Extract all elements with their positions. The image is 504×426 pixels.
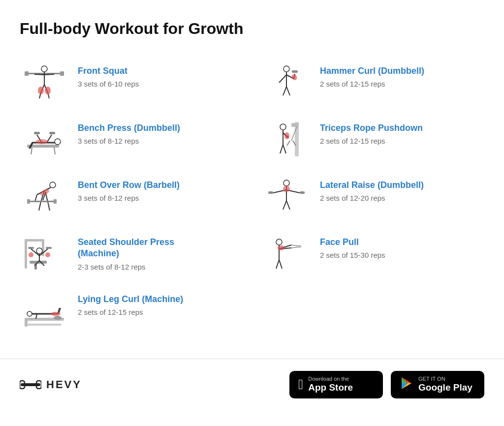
svg-line-14: [31, 148, 32, 154]
app-store-button[interactable]:  Download on the App Store: [289, 371, 383, 398]
svg-line-65: [279, 75, 286, 83]
svg-point-102: [278, 245, 284, 250]
exercise-info-bench-press: Bench Press (Dumbbell) 3 sets of 8-12 re…: [78, 120, 180, 145]
exercise-sets-triceps-rope: 2 sets of 12-15 reps: [320, 137, 423, 145]
svg-point-99: [298, 245, 301, 248]
exercise-name-front-squat: Front Squat: [78, 65, 139, 77]
svg-rect-53: [25, 318, 28, 327]
svg-rect-21: [49, 132, 55, 134]
google-play-label-large: Google Play: [418, 382, 472, 394]
exercise-sets-bench-press: 3 sets of 8-12 reps: [78, 137, 180, 145]
exercise-sets-bent-over-row: 3 sets of 8-12 reps: [78, 194, 180, 202]
exercise-name-face-pull: Face Pull: [320, 237, 385, 248]
left-column: Front Squat 3 sets of 6-10 reps: [20, 54, 242, 339]
svg-point-56: [27, 311, 32, 316]
footer: HEVY  Download on the App Store GET IT: [0, 359, 504, 410]
svg-line-81: [280, 145, 283, 153]
exercise-sets-seated-shoulder-press: 2-3 sets of 8-12 reps: [78, 263, 174, 271]
svg-point-84: [284, 180, 289, 186]
exercise-item-lying-leg-curl: Lying Leg Curl (Machine) 2 sets of 12-15…: [20, 282, 242, 339]
exercise-item-bent-over-row: Bent Over Row (Barbell) 3 sets of 8-12 r…: [20, 168, 242, 225]
svg-line-30: [48, 202, 50, 211]
svg-rect-1: [25, 71, 29, 76]
exercise-item-hammer-curl: Hammer Curl (Dumbbell) 2 sets of 12-15 r…: [262, 54, 484, 111]
exercise-info-front-squat: Front Squat 3 sets of 6-10 reps: [78, 62, 139, 88]
svg-line-29: [39, 202, 41, 211]
svg-line-98: [291, 247, 299, 248]
exercise-info-hammer-curl: Hammer Curl (Dumbbell) 2 sets of 12-15 r…: [320, 62, 424, 88]
google-play-text: GET IT ON Google Play: [418, 376, 472, 394]
svg-point-93: [276, 239, 282, 245]
svg-line-91: [286, 201, 290, 210]
app-store-label-small: Download on the: [308, 376, 353, 382]
right-column: Hammer Curl (Dumbbell) 2 sets of 12-15 r…: [262, 54, 484, 339]
svg-rect-103: [21, 383, 40, 386]
exercise-info-lying-leg-curl: Lying Leg Curl (Machine) 2 sets of 12-15…: [78, 291, 183, 316]
exercise-image-face-pull: [262, 234, 311, 273]
svg-line-97: [291, 245, 299, 246]
exercise-sets-lateral-raise: 2 sets of 12-20 reps: [320, 194, 424, 202]
exercise-name-hammer-curl: Hammer Curl (Dumbbell): [320, 65, 424, 77]
svg-rect-37: [25, 239, 27, 269]
exercise-info-bent-over-row: Bent Over Row (Barbell) 3 sets of 8-12 r…: [78, 177, 180, 202]
hevy-logo-icon: [20, 377, 41, 393]
exercise-name-lateral-raise: Lateral Raise (Dumbbell): [320, 180, 424, 191]
google-play-icon: [400, 376, 413, 393]
svg-point-3: [41, 66, 47, 72]
google-play-button[interactable]: GET IT ON Google Play: [391, 371, 484, 398]
svg-rect-35: [54, 199, 57, 204]
svg-point-42: [36, 248, 42, 254]
svg-point-71: [291, 73, 298, 81]
exercise-image-seated-shoulder-press: [20, 234, 69, 273]
svg-point-11: [38, 87, 44, 94]
svg-rect-2: [60, 71, 64, 76]
svg-point-55: [54, 316, 62, 320]
svg-rect-73: [291, 123, 299, 127]
hevy-logo-text: HEVY: [46, 378, 82, 391]
page-title: Full-body Workout for Growth: [20, 20, 484, 38]
hevy-logo: HEVY: [20, 377, 82, 393]
svg-line-5: [34, 74, 44, 75]
svg-point-92: [283, 185, 290, 192]
exercise-info-face-pull: Face Pull 2 sets of 15-30 reps: [320, 234, 385, 259]
svg-line-75: [287, 141, 290, 146]
exercise-info-triceps-rope: Triceps Rope Pushdown 2 sets of 12-15 re…: [320, 120, 423, 145]
exercise-name-seated-shoulder-press: Seated Shoulder Press(Machine): [78, 237, 174, 260]
svg-rect-34: [27, 199, 30, 204]
exercise-info-lateral-raise: Lateral Raise (Dumbbell) 2 sets of 12-20…: [320, 177, 424, 202]
svg-line-90: [283, 201, 286, 210]
app-store-text: Download on the App Store: [308, 376, 353, 394]
svg-point-83: [284, 132, 289, 139]
exercises-grid: Front Squat 3 sets of 6-10 reps: [20, 54, 484, 339]
svg-line-101: [279, 260, 282, 269]
svg-rect-38: [25, 239, 44, 242]
svg-point-12: [45, 87, 51, 94]
svg-rect-33: [27, 201, 57, 202]
exercise-sets-face-pull: 2 sets of 15-30 reps: [320, 251, 385, 259]
exercise-item-bench-press: Bench Press (Dumbbell) 3 sets of 8-12 re…: [20, 111, 242, 168]
exercise-image-lateral-raise: [262, 177, 311, 216]
exercise-image-hammer-curl: [262, 62, 311, 102]
svg-point-61: [51, 312, 61, 316]
svg-rect-68: [292, 70, 298, 73]
exercise-name-lying-leg-curl: Lying Leg Curl (Machine): [78, 294, 183, 305]
exercise-sets-hammer-curl: 2 sets of 12-15 reps: [320, 80, 424, 88]
svg-point-22: [36, 139, 48, 144]
svg-point-50: [29, 252, 33, 257]
exercise-item-lateral-raise: Lateral Raise (Dumbbell) 2 sets of 12-20…: [262, 168, 484, 225]
exercise-item-seated-shoulder-press: Seated Shoulder Press(Machine) 2-3 sets …: [20, 225, 242, 282]
exercise-name-bench-press: Bench Press (Dumbbell): [78, 122, 180, 134]
svg-line-82: [283, 145, 286, 153]
exercise-image-lying-leg-curl: [20, 291, 69, 330]
exercise-sets-lying-leg-curl: 2 sets of 12-15 reps: [78, 308, 183, 316]
svg-point-63: [284, 66, 289, 72]
apple-icon: : [298, 378, 303, 392]
svg-line-70: [286, 87, 290, 95]
exercise-item-front-squat: Front Squat 3 sets of 6-10 reps: [20, 54, 242, 111]
exercise-info-seated-shoulder-press: Seated Shoulder Press(Machine) 2-3 sets …: [78, 234, 174, 271]
google-play-label-small: GET IT ON: [418, 376, 472, 382]
exercise-name-bent-over-row: Bent Over Row (Barbell): [78, 180, 180, 191]
svg-rect-89: [300, 191, 305, 194]
svg-line-6: [44, 74, 54, 75]
page-container: Full-body Workout for Growth: [0, 0, 504, 339]
